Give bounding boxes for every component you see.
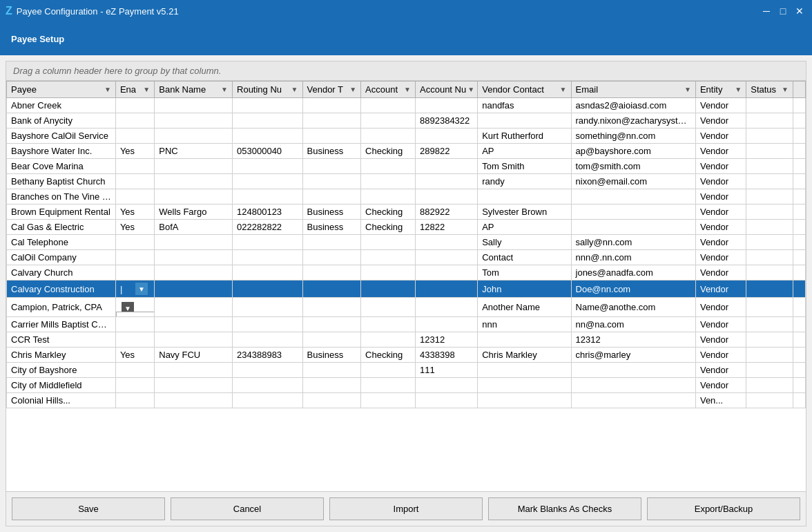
col-header-ena[interactable]: Ena ▼ <box>115 82 154 98</box>
ena-cell <box>115 189 154 205</box>
payee-name: CalOil Company <box>11 252 77 263</box>
entity-cell: Vendor <box>695 317 746 332</box>
filter-icon-ena[interactable]: ▼ <box>143 86 150 93</box>
col-header-bank[interactable]: Bank Name ▼ <box>155 82 233 98</box>
bottom-bar: Save Cancel Import Mark Blanks As Checks… <box>6 491 806 526</box>
routing-cell <box>233 298 302 317</box>
account-nu-cell <box>416 98 478 113</box>
scroll-spacer-cell <box>793 363 805 378</box>
table-row[interactable]: City of MiddlefieldVendor <box>7 378 806 393</box>
email-cell <box>571 220 695 235</box>
account-nu-cell <box>416 235 478 250</box>
bank-cell <box>155 332 233 348</box>
routing-cell <box>233 189 302 205</box>
routing-cell: 022282822 <box>233 220 302 235</box>
import-button[interactable]: Import <box>329 497 483 520</box>
table-row[interactable]: Bear Cove MarinaTom Smithtom@smith.comVe… <box>7 159 806 174</box>
table-row[interactable]: CCR Test1231212312Vendor <box>7 332 806 348</box>
filter-icon-account-nu[interactable]: ▼ <box>467 86 474 93</box>
vendor-t-cell <box>302 250 361 265</box>
table-row[interactable]: Bayshore Water Inc.YesPNC053000040Busine… <box>7 144 806 159</box>
table-row[interactable]: Branches on The Vine MinistriesVendor <box>7 189 806 205</box>
email-cell: Doe@nn.com <box>571 281 695 298</box>
ena-cell <box>115 98 154 113</box>
col-header-routing[interactable]: Routing Nu ▼ <box>233 82 302 98</box>
ena-cell <box>115 159 154 174</box>
account-cell <box>361 317 416 332</box>
payee-name: Branches on The Vine Ministries <box>11 191 115 202</box>
table-row[interactable]: Bethany Baptist Churchrandynixon@email.c… <box>7 174 806 189</box>
ena-cell-dropdown[interactable]: ▼ Yes No <box>115 298 154 317</box>
cancel-button[interactable]: Cancel <box>171 497 324 520</box>
bank-cell <box>155 98 233 113</box>
filter-icon-account[interactable]: ▼ <box>404 86 411 93</box>
entity-cell: Vendor <box>695 265 746 281</box>
ena-dropdown-menu[interactable]: Yes No <box>116 312 155 317</box>
dropdown-option-yes[interactable]: Yes <box>117 312 155 317</box>
table-row[interactable]: Cal Gas & ElectricYesBofA022282822Busine… <box>7 220 806 235</box>
email-cell: something@nn.com <box>571 129 695 144</box>
filter-icon-payee[interactable]: ▼ <box>104 86 111 93</box>
routing-cell <box>233 159 302 174</box>
save-button[interactable]: Save <box>12 497 165 520</box>
account-nu-cell <box>416 265 478 281</box>
table-row[interactable]: Brown Equipment RentalYesWells Fargo1248… <box>7 205 806 220</box>
scroll-spacer-cell <box>793 113 805 129</box>
filter-icon-vendor-t[interactable]: ▼ <box>349 86 356 93</box>
table-row[interactable]: CalOil CompanyContactnnn@.nn.comVendor <box>7 250 806 265</box>
filter-icon-entity[interactable]: ▼ <box>735 86 742 93</box>
vendor-t-cell <box>302 363 361 378</box>
account-cell <box>361 113 416 129</box>
status-cell <box>746 205 793 220</box>
vendor-contact-cell: randy <box>478 174 571 189</box>
ena-input[interactable] <box>120 284 134 294</box>
col-header-payee[interactable]: Payee ▼ <box>7 82 116 98</box>
filter-icon-vendor-contact[interactable]: ▼ <box>560 86 567 93</box>
table-row[interactable]: Cal TelephoneSallysally@nn.comVendor <box>7 235 806 250</box>
filter-icon-status[interactable]: ▼ <box>782 86 789 93</box>
scroll-spacer-cell <box>793 250 805 265</box>
table-row[interactable]: City of Bayshore111Vendor <box>7 363 806 378</box>
email-cell: asndas2@aioiasd.com <box>571 98 695 113</box>
col-header-status[interactable]: Status ▼ <box>746 82 793 98</box>
routing-cell <box>233 250 302 265</box>
ena-cell: Yes <box>115 348 154 363</box>
ena-cell <box>115 332 154 348</box>
close-button[interactable]: ✕ <box>793 4 806 18</box>
email-cell: 12312 <box>571 332 695 348</box>
filter-icon-bank[interactable]: ▼ <box>221 86 228 93</box>
routing-cell <box>233 317 302 332</box>
ena-cell <box>115 129 154 144</box>
email-cell: ap@bayshore.com <box>571 144 695 159</box>
vendor-t-cell <box>302 298 361 317</box>
payee-name: City of Bayshore <box>11 365 77 375</box>
table-row[interactable]: Bank of Anycity8892384322randy.nixon@zac… <box>7 113 806 129</box>
ena-dropdown-arrow[interactable]: ▼ <box>135 283 148 295</box>
table-row[interactable]: Abner Creeknandfasasndas2@aioiasd.comVen… <box>7 98 806 113</box>
export-button[interactable]: Export/Backup <box>647 497 800 520</box>
status-cell <box>746 393 793 408</box>
col-header-email[interactable]: Email ▼ <box>571 82 695 98</box>
filter-icon-routing[interactable]: ▼ <box>291 86 298 93</box>
ena-cell-editing[interactable]: ▼ <box>115 281 154 298</box>
col-header-vendor-t[interactable]: Vendor T ▼ <box>302 82 361 98</box>
maximize-button[interactable]: □ <box>776 4 790 18</box>
table-row[interactable]: Carrier Mills Baptist Churchnnnnn@na.com… <box>7 317 806 332</box>
table-row[interactable]: Colonial Hills...Ven... <box>7 393 806 408</box>
table-row[interactable]: Chris MarkleyYesNavy FCU234388983Busines… <box>7 348 806 363</box>
col-header-entity[interactable]: Entity ▼ <box>695 82 746 98</box>
status-cell <box>746 235 793 250</box>
col-header-account[interactable]: Account ▼ <box>361 82 416 98</box>
filter-icon-email[interactable]: ▼ <box>684 86 691 93</box>
routing-cell <box>233 129 302 144</box>
table-row[interactable]: Bayshore CalOil ServiceKurt Rutherfordso… <box>7 129 806 144</box>
col-header-account-nu[interactable]: Account Nu ▼ <box>416 82 478 98</box>
table-container[interactable]: Payee ▼ Ena ▼ Bank Name ▼ <box>6 81 806 491</box>
minimize-button[interactable]: ─ <box>760 4 773 18</box>
table-row[interactable]: Campion, Patrick, CPA ▼ Yes No Another N… <box>7 298 806 317</box>
table-row[interactable]: Calvary Construction▼JohnDoe@nn.comVendo… <box>7 281 806 298</box>
account-cell <box>361 393 416 408</box>
col-header-vendor-contact[interactable]: Vendor Contact ▼ <box>478 82 571 98</box>
mark-blanks-button[interactable]: Mark Blanks As Checks <box>488 497 641 520</box>
table-row[interactable]: Calvary ChurchTomjones@anadfa.comVendor <box>7 265 806 281</box>
